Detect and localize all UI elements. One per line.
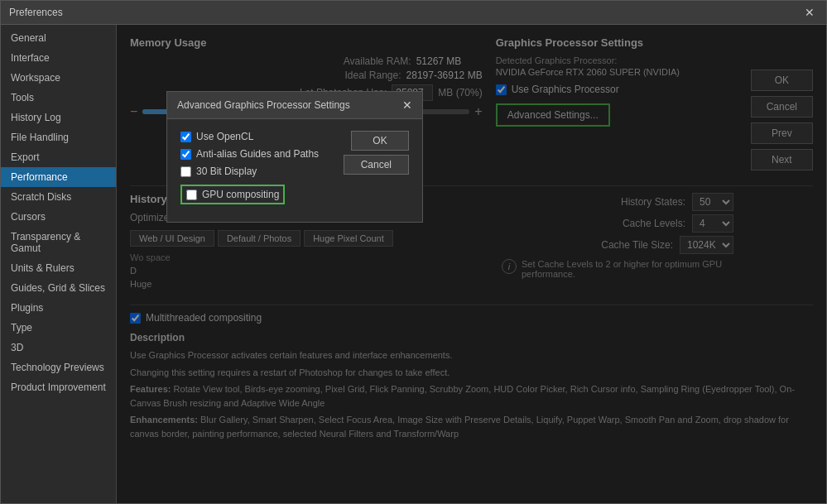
modal-body: Use OpenCL Anti-alias Guides and Paths 3… xyxy=(167,119,422,222)
sidebar-item-general[interactable]: General xyxy=(1,28,116,48)
preferences-window: Preferences ✕ General Interface Workspac… xyxy=(0,0,827,504)
title-bar: Preferences ✕ xyxy=(1,1,826,25)
window-close-button[interactable]: ✕ xyxy=(801,6,818,19)
sidebar-item-technology-previews[interactable]: Technology Previews xyxy=(1,358,116,377)
sidebar-item-export[interactable]: Export xyxy=(1,147,116,167)
sidebar-item-guides-grid-slices[interactable]: Guides, Grid & Slices xyxy=(1,278,116,298)
modal-overlay: Advanced Graphics Processor Settings ✕ U… xyxy=(117,25,826,503)
gpu-compositing-checkbox[interactable] xyxy=(186,190,197,200)
modal-header: Advanced Graphics Processor Settings ✕ xyxy=(167,92,422,119)
modal-cancel-button[interactable]: Cancel xyxy=(344,155,409,175)
gpu-compositing-label: GPU compositing xyxy=(202,189,279,200)
modal-actions: OK Cancel xyxy=(344,131,409,210)
main-content: General Interface Workspace Tools Histor… xyxy=(1,25,826,503)
right-panel: Memory Usage Available RAM: 51267 MB Ide… xyxy=(117,25,826,503)
sidebar-item-file-handling[interactable]: File Handling xyxy=(1,127,116,147)
sidebar-item-scratch-disks[interactable]: Scratch Disks xyxy=(1,187,116,207)
modal-close-button[interactable]: ✕ xyxy=(402,98,412,112)
antialias-checkbox[interactable] xyxy=(180,149,191,160)
use-opencl-checkbox[interactable] xyxy=(180,132,191,142)
bit30-label: 30 Bit Display xyxy=(196,166,257,177)
modal-ok-button[interactable]: OK xyxy=(351,131,409,151)
sidebar-item-type[interactable]: Type xyxy=(1,318,116,338)
antialias-row: Anti-alias Guides and Paths xyxy=(180,148,335,160)
use-opencl-label: Use OpenCL xyxy=(196,131,253,142)
use-opencl-row: Use OpenCL xyxy=(180,131,335,142)
modal-title: Advanced Graphics Processor Settings xyxy=(177,99,350,111)
sidebar-item-product-improvement[interactable]: Product Improvement xyxy=(1,377,116,397)
sidebar-item-units-rulers[interactable]: Units & Rulers xyxy=(1,258,116,278)
sidebar-item-performance[interactable]: Performance xyxy=(1,167,116,187)
gpu-compositing-row: GPU compositing xyxy=(180,185,285,204)
modal-inner: Use OpenCL Anti-alias Guides and Paths 3… xyxy=(180,131,409,210)
sidebar-item-plugins[interactable]: Plugins xyxy=(1,298,116,318)
sidebar-item-cursors[interactable]: Cursors xyxy=(1,207,116,227)
sidebar-item-tools[interactable]: Tools xyxy=(1,88,116,108)
modal-left: Use OpenCL Anti-alias Guides and Paths 3… xyxy=(180,131,335,210)
sidebar-item-3d[interactable]: 3D xyxy=(1,338,116,358)
window-title: Preferences xyxy=(9,7,63,18)
sidebar-item-interface[interactable]: Interface xyxy=(1,48,116,68)
sidebar-item-history-log[interactable]: History Log xyxy=(1,108,116,127)
modal-dialog: Advanced Graphics Processor Settings ✕ U… xyxy=(166,91,423,223)
sidebar-item-workspace[interactable]: Workspace xyxy=(1,68,116,88)
bit30-row: 30 Bit Display xyxy=(180,166,335,177)
sidebar: General Interface Workspace Tools Histor… xyxy=(1,25,117,503)
bit30-checkbox[interactable] xyxy=(180,166,191,177)
antialias-label: Anti-alias Guides and Paths xyxy=(196,148,319,160)
sidebar-item-transparency-gamut[interactable]: Transparency & Gamut xyxy=(1,227,116,258)
